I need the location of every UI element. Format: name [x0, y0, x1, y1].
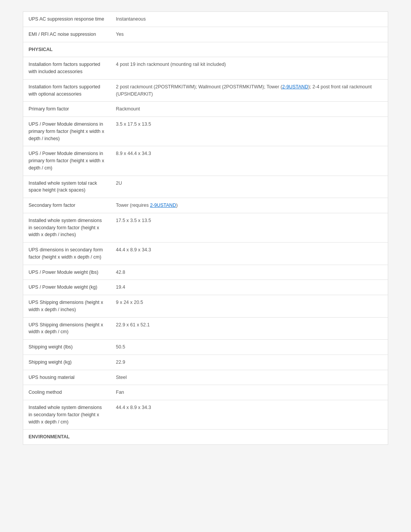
spec-label: Cooling method [23, 385, 111, 400]
spec-value: 44.4 x 8.9 x 34.3 [111, 243, 388, 265]
spec-value: 17.5 x 3.5 x 13.5 [111, 213, 388, 242]
spec-value: 4 post 19 inch rackmount (mounting rail … [111, 57, 388, 80]
spec-label: UPS AC suppression response time [23, 12, 111, 27]
spec-label: Installation form factors supported with… [23, 79, 111, 102]
spec-value: 19.4 [111, 280, 388, 295]
spec-label: Installed whole system dimensions in sec… [23, 400, 111, 430]
spec-value: 22.9 [111, 355, 388, 370]
spec-value: Steel [111, 370, 388, 385]
spec-link[interactable]: 2-9USTAND [282, 84, 308, 89]
spec-label: Primary form factor [23, 102, 111, 117]
spec-label: UPS / Power Module weight (lbs) [23, 265, 111, 280]
spec-value: 8.9 x 44.4 x 34.3 [111, 146, 388, 176]
spec-label: Secondary form factor [23, 198, 111, 213]
spec-value: 3.5 x 17.5 x 13.5 [111, 117, 388, 146]
section-header: PHYSICAL [23, 42, 388, 57]
spec-label: Installed whole system total rack space … [23, 176, 111, 198]
spec-label: UPS housing material [23, 370, 111, 385]
spec-value: Tower (requires 2-9USTAND) [111, 198, 388, 213]
spec-link[interactable]: 2-9USTAND [150, 203, 176, 208]
spec-label: UPS dimensions in secondary form factor … [23, 243, 111, 265]
spec-value: Yes [111, 27, 388, 42]
spec-value: Instantaneous [111, 12, 388, 27]
spec-value: 2U [111, 176, 388, 198]
spec-value: 2 post rackmount (2POSTRMKITWM); Wallmou… [111, 79, 388, 102]
spec-label: Installed whole system dimensions in sec… [23, 213, 111, 242]
spec-value: 50.5 [111, 340, 388, 355]
spec-value: 44.4 x 8.9 x 34.3 [111, 400, 388, 430]
spec-label: EMI / RFI AC noise suppression [23, 27, 111, 42]
spec-value: Fan [111, 385, 388, 400]
spec-label: UPS / Power Module dimensions in primary… [23, 146, 111, 176]
spec-label: Shipping weight (lbs) [23, 340, 111, 355]
spec-label: UPS Shipping dimensions (height x width … [23, 295, 111, 318]
spec-label: UPS / Power Module weight (kg) [23, 280, 111, 295]
page-wrapper: UPS AC suppression response timeInstanta… [0, 0, 411, 532]
spec-label: UPS / Power Module dimensions in primary… [23, 117, 111, 146]
spec-value: 9 x 24 x 20.5 [111, 295, 388, 318]
section-header: ENVIRONMENTAL [23, 430, 388, 445]
spec-label: Installation form factors supported with… [23, 57, 111, 80]
spec-table: UPS AC suppression response timeInstanta… [23, 11, 388, 445]
spec-label: Shipping weight (kg) [23, 355, 111, 370]
spec-value: 42.8 [111, 265, 388, 280]
spec-value: 22.9 x 61 x 52.1 [111, 317, 388, 340]
spec-label: UPS Shipping dimensions (height x width … [23, 317, 111, 340]
spec-value: Rackmount [111, 102, 388, 117]
